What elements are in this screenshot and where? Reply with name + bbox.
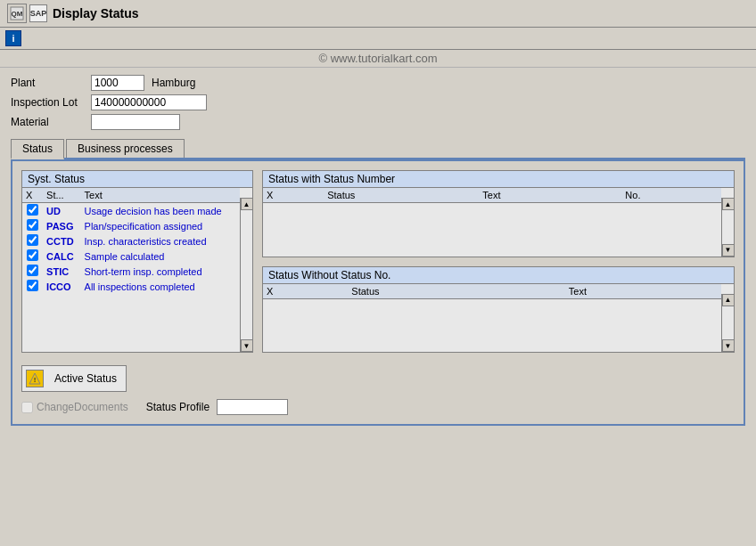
- active-status-icon: !: [26, 370, 44, 387]
- row-code: CCTD: [43, 233, 80, 249]
- table-row: UD Usage decision has been made: [22, 203, 240, 219]
- material-input[interactable]: [91, 114, 180, 130]
- row-checkbox-cell: [22, 279, 43, 294]
- col-text: Text: [81, 188, 240, 203]
- swn-col-no: No.: [621, 188, 721, 203]
- swn-scroll-up[interactable]: ▲: [722, 198, 735, 210]
- plant-input[interactable]: [91, 75, 144, 91]
- row-checkbox-cell: [22, 249, 43, 264]
- row-checkbox-cell: [22, 203, 43, 219]
- plant-city: Hamburg: [152, 77, 195, 89]
- lot-label: Inspection Lot: [11, 96, 91, 109]
- syst-status-title: Syst. Status: [22, 171, 252, 188]
- active-status-label: Active Status: [49, 372, 122, 385]
- row-text: All inspections completed: [81, 279, 240, 294]
- swn-scroll-down[interactable]: ▼: [722, 244, 735, 257]
- table-row: PASG Plan/specification assigned: [22, 218, 240, 233]
- change-documents-checkbox[interactable]: [21, 402, 33, 413]
- table-row: CALC Sample calculated: [22, 249, 240, 264]
- material-label: Material: [11, 116, 91, 128]
- tab-business-processes[interactable]: Business processes: [66, 139, 185, 158]
- change-documents-label: ChangeDocuments: [37, 401, 128, 413]
- row-text: Usage decision has been made: [81, 203, 240, 219]
- swon-col-x: X: [263, 284, 348, 299]
- swn-col-x: X: [263, 188, 324, 203]
- tab-content: Syst. Status X St... Text: [11, 159, 745, 426]
- table-row: CCTD Insp. characteristics created: [22, 233, 240, 249]
- row-checkbox[interactable]: [27, 249, 38, 261]
- page-title: Display Status: [53, 6, 138, 20]
- scroll-track-left: [241, 210, 252, 339]
- row-checkbox[interactable]: [27, 204, 38, 216]
- row-text: Sample calculated: [81, 249, 240, 264]
- title-bar: QM SAP Display Status: [0, 0, 756, 28]
- table-row: STIC Short-term insp. completed: [22, 264, 240, 279]
- row-code: STIC: [43, 264, 80, 279]
- svg-text:QM: QM: [12, 10, 23, 18]
- col-x: X: [22, 188, 43, 203]
- row-checkbox-cell: [22, 264, 43, 279]
- row-code: UD: [43, 203, 80, 219]
- row-text: Insp. characteristics created: [81, 233, 240, 249]
- watermark: © www.tutorialkart.com: [0, 50, 756, 68]
- tab-status[interactable]: Status: [11, 139, 64, 159]
- status-with-number-panel: Status with Status Number X Status Text …: [262, 170, 735, 257]
- row-code: ICCO: [43, 279, 80, 294]
- swon-col-status: Status: [348, 284, 565, 299]
- scroll-down-btn[interactable]: ▼: [241, 339, 253, 352]
- swon-scroll-up[interactable]: ▲: [722, 294, 735, 306]
- status-with-number-title: Status with Status Number: [263, 171, 734, 188]
- row-code: CALC: [43, 249, 80, 264]
- change-documents-checkbox-area: ChangeDocuments: [21, 401, 128, 413]
- app-icon: QM SAP: [7, 4, 47, 23]
- swn-col-text: Text: [479, 188, 621, 203]
- plant-label: Plant: [11, 77, 91, 89]
- svg-text:!: !: [34, 376, 37, 384]
- row-code: PASG: [43, 218, 80, 233]
- info-button[interactable]: i: [5, 30, 21, 46]
- row-checkbox-cell: [22, 218, 43, 233]
- lot-input[interactable]: [91, 94, 207, 110]
- status-profile-input[interactable]: [217, 399, 288, 415]
- active-status-bar: ! Active Status: [21, 365, 127, 392]
- swon-scroll-down[interactable]: ▼: [722, 339, 735, 352]
- row-checkbox[interactable]: [27, 280, 38, 291]
- row-text: Short-term insp. completed: [81, 264, 240, 279]
- scroll-up-btn[interactable]: ▲: [241, 198, 253, 210]
- table-row: ICCO All inspections completed: [22, 279, 240, 294]
- status-profile-label: Status Profile: [146, 401, 210, 413]
- syst-status-panel: Syst. Status X St... Text: [21, 170, 253, 353]
- col-st: St...: [43, 188, 80, 203]
- row-text: Plan/specification assigned: [81, 218, 240, 233]
- swn-col-status: Status: [324, 188, 479, 203]
- toolbar: i: [0, 28, 756, 50]
- swon-col-text: Text: [565, 284, 721, 299]
- row-checkbox-cell: [22, 233, 43, 249]
- row-checkbox[interactable]: [27, 234, 38, 246]
- status-without-number-panel: Status Without Status No. X Status Text: [262, 266, 735, 354]
- row-checkbox[interactable]: [27, 265, 38, 276]
- row-checkbox[interactable]: [27, 219, 38, 231]
- status-without-number-title: Status Without Status No.: [263, 267, 734, 284]
